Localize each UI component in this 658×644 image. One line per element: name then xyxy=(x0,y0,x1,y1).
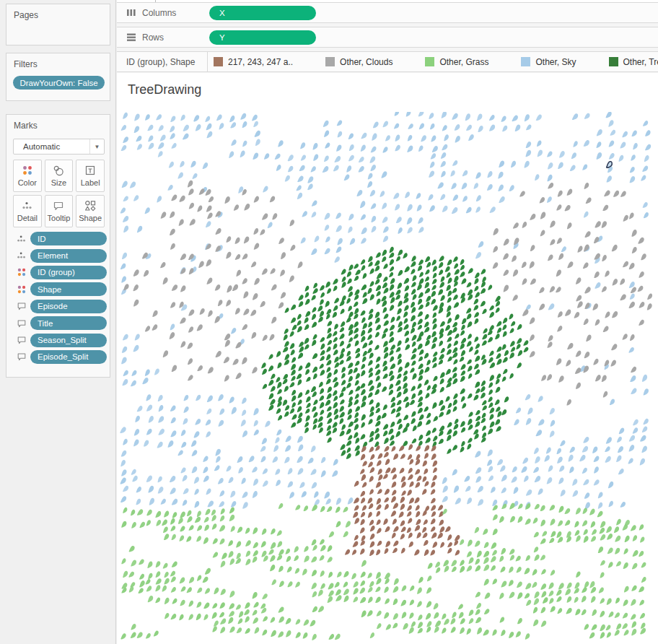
color-icon xyxy=(17,267,27,277)
grass-marks[interactable] xyxy=(120,502,646,640)
tooltip-icon xyxy=(13,318,30,328)
marks-label: Marks xyxy=(6,115,110,131)
field-row: ID (group) xyxy=(13,264,107,281)
field-row: Element xyxy=(13,247,107,264)
legend-item[interactable]: Other, Clouds xyxy=(325,57,392,67)
field-pill-shape[interactable]: Shape xyxy=(30,282,107,296)
color-icon xyxy=(13,267,30,277)
tableau-window: Pages Filters DrawYourOwn: False Marks A… xyxy=(0,0,658,644)
tooltip-icon xyxy=(13,301,30,311)
shape-icon xyxy=(84,200,96,212)
legend-label: Other, Sky xyxy=(535,57,576,67)
mark-fields-list: IDElementID (group)ShapeEpisodeTitleSeas… xyxy=(13,230,107,365)
viz-title: TreeDrawing xyxy=(128,82,201,97)
mark-type-dropdown[interactable]: Automatic ▼ xyxy=(13,139,105,155)
field-pill-episode-split[interactable]: Episode_Split xyxy=(30,350,107,364)
columns-pill-x[interactable]: X xyxy=(209,6,316,20)
tooltip-icon xyxy=(17,352,27,362)
color-legend-row: ID (group), Shape 217, 243, 247 a..Other… xyxy=(117,51,658,72)
color-button[interactable]: Color xyxy=(13,160,42,192)
chevron-down-icon[interactable]: ▼ xyxy=(89,139,104,154)
field-row: Episode_Split xyxy=(13,349,107,365)
tooltip-icon xyxy=(13,335,30,345)
color-icon xyxy=(13,284,30,295)
detail-button[interactable]: Detail xyxy=(13,195,42,227)
mark-button-label: Color xyxy=(18,178,37,187)
columns-icon xyxy=(126,8,136,17)
legend-items: 217, 243, 247 a..Other, CloudsOther, Gra… xyxy=(208,57,658,67)
legend-label: 217, 243, 247 a.. xyxy=(228,57,293,67)
rows-pill-y[interactable]: Y xyxy=(209,30,316,45)
worksheet: TreeDrawing xyxy=(117,73,658,644)
viz-canvas[interactable] xyxy=(117,112,657,644)
legend-label: Other, Tree xyxy=(623,57,658,67)
pages-label: Pages xyxy=(6,4,110,20)
field-pill-episode[interactable]: Episode xyxy=(30,300,107,313)
field-row: Title xyxy=(13,315,107,331)
tooltip-icon xyxy=(13,352,30,362)
field-pill-id-group-[interactable]: ID (group) xyxy=(30,266,107,279)
legend-swatch xyxy=(425,57,434,66)
label-icon xyxy=(84,165,96,176)
rows-icon xyxy=(126,32,136,42)
tooltip-icon xyxy=(17,318,27,328)
legend-item[interactable]: Other, Sky xyxy=(521,57,576,67)
tooltip-icon xyxy=(53,200,64,212)
legend-swatch xyxy=(521,57,530,66)
field-pill-id[interactable]: ID xyxy=(30,232,107,245)
field-pill-title[interactable]: Title xyxy=(30,316,107,330)
mark-button-label: Detail xyxy=(17,214,38,222)
size-icon xyxy=(53,165,64,176)
rows-label: Rows xyxy=(142,32,164,43)
label-button[interactable]: Label xyxy=(76,160,105,192)
legend-swatch xyxy=(609,57,618,66)
field-row: Season_Split xyxy=(13,331,107,348)
detail-icon xyxy=(17,251,27,261)
color-icon xyxy=(17,284,27,295)
mark-type-value: Automatic xyxy=(23,142,89,151)
pages-shelf[interactable]: Pages xyxy=(6,4,110,45)
tooltip-button[interactable]: Tooltip xyxy=(45,195,74,227)
legend-title[interactable]: ID (group), Shape xyxy=(117,52,208,71)
mark-button-label: Label xyxy=(81,178,100,187)
legend-swatch xyxy=(214,57,223,66)
size-button[interactable]: Size xyxy=(45,160,74,192)
mark-buttons: ColorSizeLabelDetailTooltipShape xyxy=(13,160,105,227)
detail-icon xyxy=(17,234,27,244)
detail-icon xyxy=(13,251,30,261)
legend-item[interactable]: Other, Tree xyxy=(609,57,658,67)
field-row: ID xyxy=(13,230,107,247)
tree-marks[interactable] xyxy=(261,246,529,458)
filters-label: Filters xyxy=(6,53,110,69)
main-area: Columns X Rows Y ID (group), Shape 217, … xyxy=(117,0,658,644)
columns-shelf[interactable]: Columns X xyxy=(117,2,658,23)
legend-swatch xyxy=(325,57,335,66)
mark-button-label: Tooltip xyxy=(48,214,71,222)
field-row: Shape xyxy=(13,281,107,297)
color-icon xyxy=(22,165,33,176)
tooltip-icon xyxy=(17,335,27,345)
legend-item[interactable]: Other, Grass xyxy=(425,57,488,67)
mark-button-label: Shape xyxy=(79,214,102,222)
field-pill-element[interactable]: Element xyxy=(30,249,107,263)
columns-label: Columns xyxy=(142,8,176,18)
field-row: Episode xyxy=(13,298,107,315)
rows-shelf[interactable]: Rows Y xyxy=(117,27,658,48)
shape-button[interactable]: Shape xyxy=(76,195,105,227)
tooltip-icon xyxy=(17,301,27,311)
detail-icon xyxy=(13,234,30,244)
sidebar: Pages Filters DrawYourOwn: False Marks A… xyxy=(0,0,116,644)
legend-item[interactable]: 217, 243, 247 a.. xyxy=(214,57,293,67)
field-pill-season-split[interactable]: Season_Split xyxy=(30,334,107,347)
cloud-marks[interactable] xyxy=(123,180,652,406)
mark-button-label: Size xyxy=(51,178,66,187)
legend-label: Other, Grass xyxy=(439,57,488,67)
filters-shelf[interactable]: Filters DrawYourOwn: False xyxy=(6,53,110,101)
legend-label: Other, Clouds xyxy=(340,57,392,67)
marks-card: Marks Automatic ▼ ColorSizeLabelDetailTo… xyxy=(6,114,110,378)
detail-icon xyxy=(22,200,33,212)
filter-pill-drawyourown[interactable]: DrawYourOwn: False xyxy=(13,76,105,90)
